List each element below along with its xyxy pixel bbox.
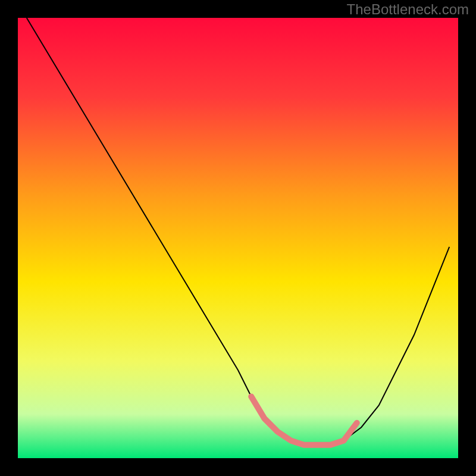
gradient-background [18,18,458,458]
watermark-text: TheBottleneck.com [347,1,469,18]
chart-canvas [18,18,458,458]
bottleneck-chart [18,18,458,458]
